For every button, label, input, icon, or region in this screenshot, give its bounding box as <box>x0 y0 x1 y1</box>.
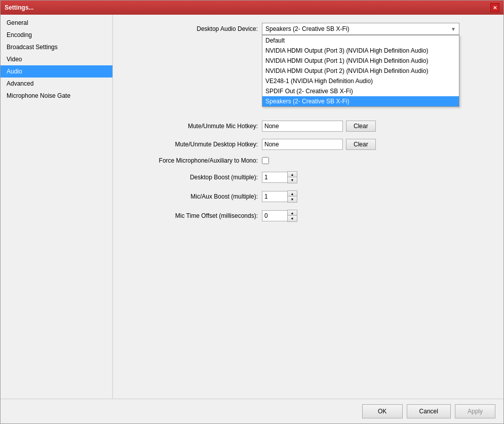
mic-time-offset-control: ▲ ▼ <box>262 210 297 222</box>
sidebar-item-audio[interactable]: Audio <box>1 65 112 78</box>
mute-desktop-hotkey-control: Clear <box>262 139 376 150</box>
cancel-button[interactable]: Cancel <box>407 404 451 418</box>
mic-time-offset-spinner-buttons: ▲ ▼ <box>287 210 297 222</box>
mic-time-offset-row: Mic Time Offset (milliseconds): ▲ ▼ <box>125 210 491 222</box>
mute-mic-hotkey-row: Mute/Unmute Mic Hotkey: Clear <box>125 121 491 132</box>
desktop-audio-dropdown-menu: Default NVIDIA HDMI Output (Port 3) (NVI… <box>262 35 459 107</box>
desktop-boost-row: Desktop Boost (multiple): ▲ ▼ <box>125 171 491 183</box>
dropdown-option-speakers[interactable]: Speakers (2- Creative SB X-Fi) <box>262 96 459 106</box>
desktop-boost-spinner: ▲ ▼ <box>262 171 297 183</box>
apply-button[interactable]: Apply <box>455 404 495 418</box>
force-mono-checkbox[interactable] <box>262 157 269 164</box>
dropdown-option-default[interactable]: Default <box>262 35 459 46</box>
desktop-audio-selected-value: Speakers (2- Creative SB X-Fi) <box>265 25 349 32</box>
mic-time-offset-input[interactable] <box>262 210 287 221</box>
dropdown-option-nvidia-port2[interactable]: NVIDIA HDMI Output (Port 2) (NVIDIA High… <box>262 66 459 76</box>
mic-aux-boost-input[interactable] <box>262 191 287 202</box>
settings-window: Settings... ✕ General Encoding Broadcast… <box>0 0 504 424</box>
dropdown-option-ve248[interactable]: VE248-1 (NVIDIA High Definition Audio) <box>262 76 459 86</box>
mic-aux-boost-spinner-buttons: ▲ ▼ <box>287 190 297 203</box>
sidebar: General Encoding Broadcast Settings Vide… <box>1 15 113 399</box>
mic-aux-boost-control: ▲ ▼ <box>262 190 297 203</box>
sidebar-item-advanced[interactable]: Advanced <box>1 78 112 90</box>
window-title: Settings... <box>5 4 33 11</box>
desktop-boost-spinner-buttons: ▲ ▼ <box>287 171 297 183</box>
clear-desktop-hotkey-button[interactable]: Clear <box>346 139 376 150</box>
desktop-boost-input[interactable] <box>262 172 287 183</box>
mic-aux-boost-down-button[interactable]: ▼ <box>288 197 297 202</box>
sidebar-item-encoding[interactable]: Encoding <box>1 29 112 41</box>
mute-desktop-hotkey-row: Mute/Unmute Desktop Hotkey: Clear <box>125 139 491 150</box>
desktop-audio-device-row: Desktop Audio Device: Speakers (2- Creat… <box>125 23 491 35</box>
desktop-audio-device-control: Speakers (2- Creative SB X-Fi) ▼ Default… <box>262 23 459 35</box>
sidebar-item-general[interactable]: General <box>1 17 112 29</box>
mic-time-offset-label: Mic Time Offset (milliseconds): <box>125 212 262 219</box>
mic-aux-boost-label: Mic/Aux Boost (multiple): <box>125 193 262 200</box>
clear-mic-hotkey-button[interactable]: Clear <box>346 121 376 132</box>
titlebar: Settings... ✕ <box>1 1 503 15</box>
dropdown-arrow-icon: ▼ <box>451 26 456 32</box>
mic-aux-boost-up-button[interactable]: ▲ <box>288 191 297 197</box>
force-mono-control <box>262 157 269 164</box>
mic-aux-boost-row: Mic/Aux Boost (multiple): ▲ ▼ <box>125 190 491 203</box>
desktop-boost-control: ▲ ▼ <box>262 171 297 183</box>
force-mono-row: Force Microphone/Auxiliary to Mono: <box>125 157 491 164</box>
content-area: Desktop Audio Device: Speakers (2- Creat… <box>113 15 503 399</box>
mic-time-offset-down-button[interactable]: ▼ <box>288 216 297 221</box>
desktop-boost-up-button[interactable]: ▲ <box>288 172 297 177</box>
close-button[interactable]: ✕ <box>490 3 499 12</box>
main-content: General Encoding Broadcast Settings Vide… <box>1 15 503 399</box>
dropdown-option-nvidia-port1[interactable]: NVIDIA HDMI Output (Port 1) (NVIDIA High… <box>262 56 459 66</box>
mic-time-offset-spinner: ▲ ▼ <box>262 210 297 222</box>
mute-mic-hotkey-control: Clear <box>262 121 376 132</box>
mute-mic-hotkey-label: Mute/Unmute Mic Hotkey: <box>125 123 262 130</box>
mute-mic-hotkey-input[interactable] <box>262 121 343 132</box>
desktop-boost-down-button[interactable]: ▼ <box>288 177 297 183</box>
sidebar-item-video[interactable]: Video <box>1 53 112 65</box>
mic-aux-boost-spinner: ▲ ▼ <box>262 190 297 203</box>
dropdown-option-spdif[interactable]: SPDIF Out (2- Creative SB X-Fi) <box>262 86 459 96</box>
desktop-boost-label: Desktop Boost (multiple): <box>125 174 262 181</box>
sidebar-item-broadcast-settings[interactable]: Broadcast Settings <box>1 41 112 53</box>
desktop-audio-device-label: Desktop Audio Device: <box>125 25 262 32</box>
mic-time-offset-up-button[interactable]: ▲ <box>288 210 297 216</box>
desktop-audio-dropdown[interactable]: Speakers (2- Creative SB X-Fi) ▼ <box>262 23 459 35</box>
mute-desktop-hotkey-label: Mute/Unmute Desktop Hotkey: <box>125 141 262 148</box>
sidebar-item-microphone-noise-gate[interactable]: Microphone Noise Gate <box>1 90 112 102</box>
footer: OK Cancel Apply <box>1 399 503 423</box>
desktop-audio-dropdown-wrapper: Speakers (2- Creative SB X-Fi) ▼ Default… <box>262 23 459 35</box>
force-mono-label: Force Microphone/Auxiliary to Mono: <box>125 157 262 164</box>
ok-button[interactable]: OK <box>362 404 403 418</box>
dropdown-option-nvidia-port3[interactable]: NVIDIA HDMI Output (Port 3) (NVIDIA High… <box>262 46 459 56</box>
mute-desktop-hotkey-input[interactable] <box>262 139 343 150</box>
